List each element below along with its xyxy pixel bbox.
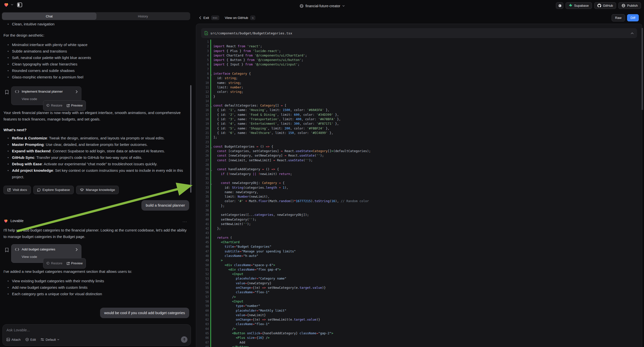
external-link-icon (7, 188, 11, 192)
code-line: 58 <Input (196, 299, 640, 304)
code-line: 18 { id: '3', name: 'Transportation', li… (196, 117, 640, 122)
line-number: 54 (196, 281, 209, 286)
code-line: 38 (196, 208, 640, 212)
supabase-button[interactable]: Supabase (566, 2, 592, 9)
settings-button[interactable] (556, 2, 563, 9)
line-number: 34 (196, 190, 209, 194)
code-line: 45 <ChartCard (196, 240, 640, 244)
send-button[interactable] (181, 336, 188, 343)
chat-bubble-icon (37, 188, 40, 192)
line-number: 40 (196, 217, 209, 222)
line-number: 65 (196, 331, 209, 336)
view-on-github-button[interactable]: View on GitHub (225, 16, 248, 20)
g-kbd: G (250, 16, 255, 20)
tab-history[interactable]: History (96, 13, 190, 20)
line-number: 43 (196, 231, 209, 235)
preview-button[interactable]: Preview (66, 260, 83, 266)
line-number: 8 (196, 72, 209, 76)
edit-mode-button[interactable]: Edit (26, 338, 36, 342)
github-button[interactable]: GitHub (594, 2, 616, 9)
lovable-logo[interactable] (4, 2, 9, 8)
code-line: 66 <Plus size={16} /> (196, 336, 640, 340)
restore-icon (46, 104, 50, 107)
exit-button[interactable]: Exit (204, 16, 209, 20)
line-number: 49 (196, 258, 209, 262)
line-number: 33 (196, 186, 209, 190)
ready-text: Your sleek financial planner is now read… (4, 110, 189, 122)
publish-button[interactable]: Publish (618, 2, 641, 9)
line-number: 28 (196, 162, 209, 167)
bookmark-icon[interactable] (5, 248, 9, 252)
line-number: 26 (196, 153, 209, 158)
bullet-item: Clean, intuitive navigation (4, 21, 189, 28)
tab-chat[interactable]: Chat (2, 13, 96, 20)
line-number: 44 (196, 236, 209, 240)
chat-scroll-area: Clean, intuitive navigation For the desi… (0, 21, 193, 324)
chat-input[interactable] (6, 328, 156, 332)
collapse-file-button[interactable] (631, 32, 634, 34)
line-number: 25 (196, 149, 209, 153)
line-number: 5 (196, 58, 209, 62)
raw-button[interactable]: Raw (612, 14, 625, 22)
project-switcher[interactable]: financial-future-creator (300, 0, 344, 12)
sidebar-toggle-button[interactable] (17, 2, 22, 7)
code-line: 21 { id: '6', name: 'Healthcare', limit:… (196, 131, 640, 135)
code-line: 57 /> (196, 295, 640, 299)
line-number: 22 (196, 135, 209, 140)
attach-button[interactable]: Attach (6, 338, 21, 342)
restore-icon (46, 262, 50, 265)
fold-chevron-icon[interactable] (210, 182, 212, 186)
project-name: financial-future-creator (306, 4, 340, 8)
assistant-name: Lovable (10, 218, 24, 224)
code-line: 31 (196, 176, 640, 181)
fold-chevron-icon[interactable] (210, 145, 212, 150)
assistant-header: Lovable ... (4, 218, 189, 224)
preview-button[interactable]: Preview (66, 102, 83, 109)
line-number: 19 (196, 122, 209, 126)
model-selector[interactable]: Default (40, 338, 59, 342)
line-number: 60 (196, 308, 209, 313)
lovable-heart-icon (4, 218, 8, 223)
fold-chevron-icon[interactable] (210, 104, 212, 109)
bullet-item: View existing budget categories with the… (4, 278, 189, 284)
bookmark-icon[interactable] (5, 90, 9, 94)
line-number: 30 (196, 172, 209, 176)
bullet-item: Master Prompting: Use clear, detailed, a… (4, 142, 189, 148)
line-number: 4 (196, 53, 209, 58)
arrow-up-icon (183, 338, 186, 341)
chevron-right-icon (76, 90, 78, 93)
fold-chevron-icon[interactable] (210, 72, 212, 77)
line-number: 13 (196, 94, 209, 99)
line-number: 27 (196, 158, 209, 162)
restore-button[interactable]: Restore (46, 102, 62, 109)
restore-button[interactable]: Restore (46, 260, 62, 266)
code-line: 8interface Category { (196, 72, 640, 76)
explore-supabase-button[interactable]: Explore Supabase (33, 186, 74, 194)
code-line: 51 <div className="flex gap-4"> (196, 267, 640, 272)
code-line: 34 name: newCategory, (196, 190, 640, 194)
code-line: 49 > (196, 258, 640, 262)
line-number: 37 (196, 204, 209, 208)
file-header[interactable]: src/components/budget/BudgetCategories.t… (201, 28, 637, 38)
code-scrollbar[interactable] (642, 28, 643, 110)
logo-chevron-down-icon[interactable] (11, 4, 13, 6)
fold-chevron-icon[interactable] (210, 168, 212, 172)
line-number: 15 (196, 103, 209, 108)
diff-button[interactable]: Diff (627, 14, 639, 22)
publish-globe-icon (622, 4, 625, 8)
chat-scrollbar[interactable] (190, 85, 192, 193)
line-number: 12 (196, 90, 209, 94)
code-line: 9 id: string; (196, 76, 640, 80)
bullet-item: Subtle animations and transitions (4, 48, 189, 54)
message-options-button[interactable]: ... (182, 218, 187, 224)
code-line: 37 }; (196, 204, 640, 208)
graduation-cap-icon (80, 188, 84, 192)
code-icon (15, 90, 19, 93)
code-line: 43 (196, 231, 640, 235)
bullet-item: Clean typography with clear hierarchies (4, 61, 189, 68)
line-number: 10 (196, 81, 209, 85)
line-number: 48 (196, 254, 209, 258)
line-number: 31 (196, 176, 209, 181)
manage-knowledge-button[interactable]: Manage knowledge (76, 186, 119, 194)
visit-docs-button[interactable]: Visit docs (4, 186, 31, 194)
